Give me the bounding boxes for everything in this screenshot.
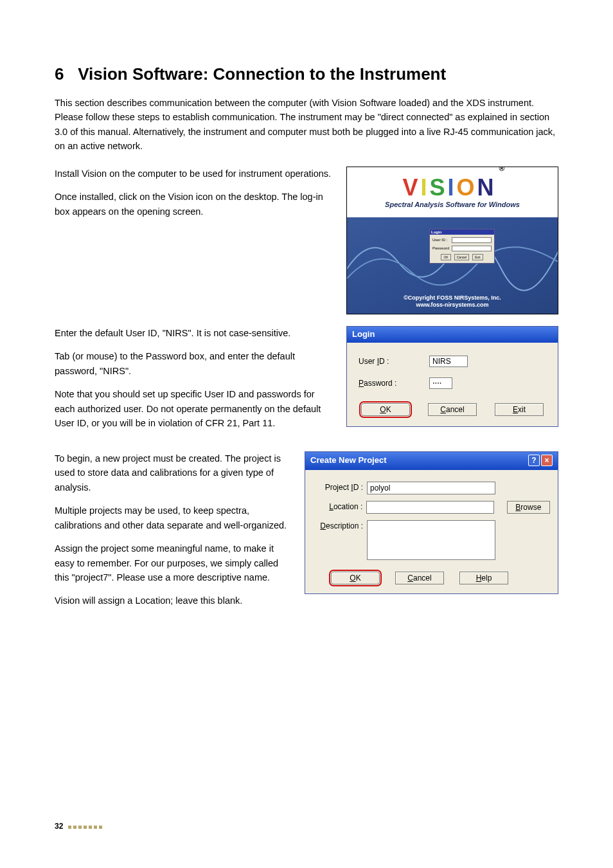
body-text: Assign the project some meaningful name,… [55,541,293,584]
body-text: Once installed, click on the Vision icon… [55,190,335,219]
section-heading: 6 Vision Software: Connection to the Ins… [55,64,558,84]
body-text: Install Vision on the computer to be use… [55,167,335,181]
help-icon[interactable]: ? [528,455,540,466]
exit-button[interactable]: Exit [495,403,544,416]
page-number: 32 [55,822,63,831]
user-id-input[interactable] [429,356,468,367]
footer-dots-icon [68,822,104,831]
help-button[interactable]: Help [459,572,508,584]
body-text: Enter the default User ID, "NIRS". It is… [55,326,335,340]
password-input[interactable] [429,377,452,389]
close-icon[interactable]: × [541,455,553,466]
page-footer: 32 [55,822,104,831]
project-title: Create New Project [310,455,387,465]
ok-button[interactable]: OK [331,572,380,584]
location-label: Location : [313,501,366,511]
login-titlebar: Login [347,327,558,343]
intro-paragraph: This section describes communication bet… [55,96,558,154]
body-text: Multiple projects may be used, to keep s… [55,503,293,532]
browse-button[interactable]: Browse [507,501,550,514]
vision-splash-figure: VISION® Spectral Analysis Software for W… [346,167,558,314]
login-dialog-figure: Login User ID : Password : OK Cancel Exi… [346,326,558,427]
project-titlebar: Create New Project ? × [305,452,558,470]
login-title: Login [352,329,375,339]
splash-tagline: Spectral Analysis Software for Windows [385,201,520,208]
project-id-input[interactable] [367,482,495,494]
user-id-label: User ID : [359,357,429,366]
description-input[interactable] [367,520,495,560]
splash-mini-login: Login User ID : Password OK Cancel Exit [429,229,495,264]
cancel-button[interactable]: Cancel [395,572,444,584]
vision-logo: VISION® [403,176,502,199]
create-project-dialog-figure: Create New Project ? × Project ID : Loca… [305,451,558,594]
description-label: Description : [313,520,367,530]
password-label: Password : [359,379,429,388]
splash-copyright: ©Copyright FOSS NIRSystems, Inc. [347,294,558,302]
body-text: Vision will assign a Location; leave thi… [55,593,293,608]
body-text: Note that you should set up specific Use… [55,387,335,430]
mini-titlebar: Login [430,230,494,235]
location-input[interactable] [366,501,493,514]
cancel-button[interactable]: Cancel [428,403,477,416]
section-title-text: Vision Software: Connection to the Instr… [78,64,446,84]
body-text: To begin, a new project must be created.… [55,451,293,494]
body-text: Tab (or mouse) to the Password box, and … [55,349,335,378]
splash-url: www.foss-nirsystems.com [347,302,558,309]
section-number: 6 [55,64,64,84]
ok-button[interactable]: OK [361,403,410,416]
project-id-label: Project ID : [313,482,367,492]
